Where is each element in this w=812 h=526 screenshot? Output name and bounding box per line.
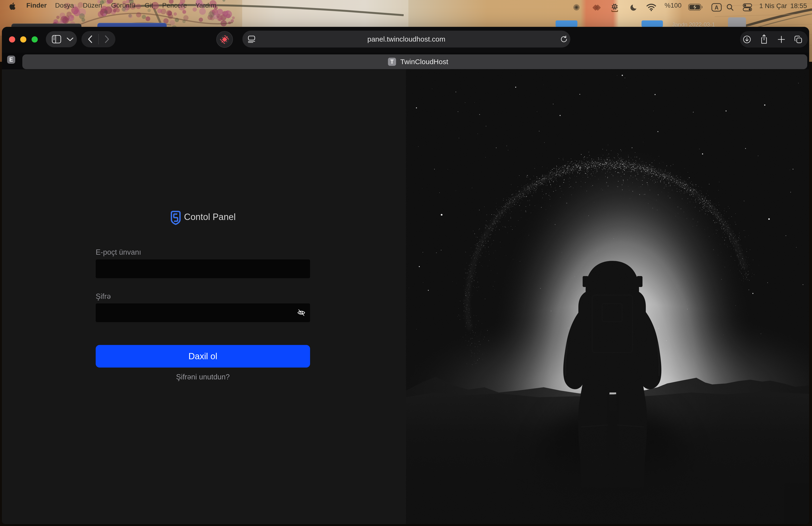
svg-text:A: A bbox=[715, 4, 719, 11]
